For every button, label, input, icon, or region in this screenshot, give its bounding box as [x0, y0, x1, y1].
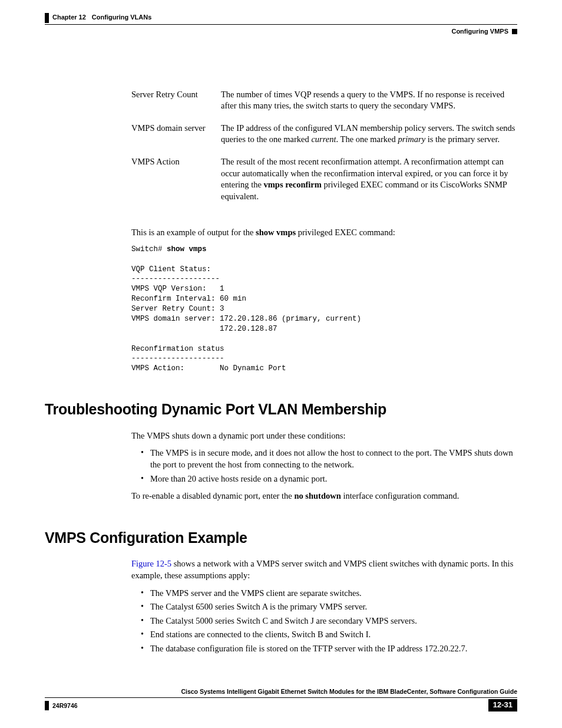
running-header: Chapter 12 Configuring VLANs — [45, 13, 517, 23]
definition-row: VMPS ActionThe result of the most recent… — [131, 156, 517, 213]
page-number-badge: 12-31 — [488, 699, 517, 711]
cli-output: VQP Client Status: -------------------- … — [131, 265, 361, 373]
chapter-title: Configuring VLANs — [92, 13, 151, 22]
definition-term: VMPS Action — [131, 156, 221, 213]
cli-block: Switch# show vmps VQP Client Status: ---… — [131, 245, 517, 374]
definition-row: Server Retry CountThe number of times VQ… — [131, 89, 517, 123]
book-title: Cisco Systems Intelligent Gigabit Ethern… — [45, 687, 517, 698]
page-footer: Cisco Systems Intelligent Gigabit Ethern… — [45, 687, 517, 711]
sec2-bullets: The VMPS server and the VMPS client are … — [131, 588, 517, 655]
definition-row: VMPS domain serverThe IP address of the … — [131, 123, 517, 156]
list-item: More than 20 active hosts reside on a dy… — [142, 473, 517, 485]
doc-id: 24R9746 — [45, 701, 78, 710]
sec1-intro: The VMPS shuts down a dynamic port under… — [131, 430, 517, 442]
list-item: The VMPS is in secure mode, and it does … — [142, 447, 517, 470]
list-item: The Catalyst 5000 series Switch C and Sw… — [142, 615, 517, 627]
definition-desc: The IP address of the configured VLAN me… — [221, 123, 517, 156]
definition-term: VMPS domain server — [131, 123, 221, 156]
sec2-intro: Figure 12-5 shows a network with a VMPS … — [131, 558, 517, 581]
chapter-label: Chapter 12 — [52, 13, 86, 22]
sec1-bullets: The VMPS is in secure mode, and it does … — [131, 447, 517, 485]
definition-desc: The number of times VQP resends a query … — [221, 89, 517, 123]
heading-vmps-config-example: VMPS Configuration Example — [45, 528, 517, 548]
heading-troubleshooting: Troubleshooting Dynamic Port VLAN Member… — [45, 400, 517, 420]
sec1-outro: To re-enable a disabled dynamic port, en… — [131, 490, 517, 502]
section-title: Configuring VMPS — [451, 27, 508, 36]
definition-term: Server Retry Count — [131, 89, 221, 123]
definition-desc: The result of the most recent reconfirma… — [221, 156, 517, 213]
example-intro: This is an example of output for the sho… — [131, 227, 517, 239]
list-item: The VMPS server and the VMPS client are … — [142, 588, 517, 599]
cli-command: show vmps — [167, 245, 207, 253]
list-item: End stations are connected to the client… — [142, 629, 517, 641]
sec2-intro-rest: shows a network with a VMPS server switc… — [131, 559, 513, 580]
list-item: The Catalyst 6500 series Switch A is the… — [142, 601, 517, 613]
header-marker-icon — [512, 29, 517, 34]
list-item: The database configuration file is store… — [142, 643, 517, 655]
cli-prompt: Switch# — [131, 245, 167, 253]
definition-table: Server Retry CountThe number of times VQ… — [131, 89, 517, 213]
figure-ref-link[interactable]: Figure 12-5 — [131, 559, 171, 568]
header-rule — [45, 24, 517, 25]
